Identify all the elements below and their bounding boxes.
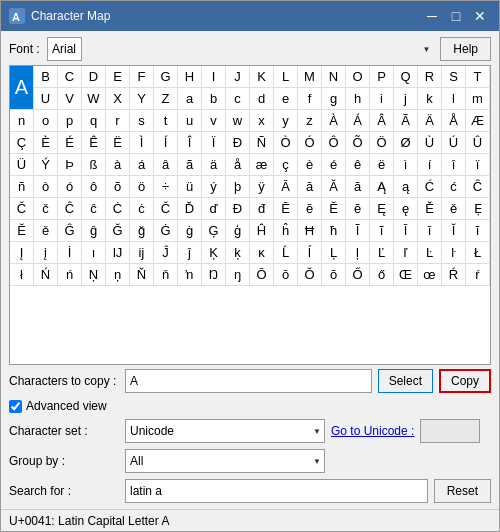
char-cell[interactable]: ō: [274, 264, 298, 286]
char-cell[interactable]: Ē: [274, 198, 298, 220]
char-cell[interactable]: č: [34, 198, 58, 220]
char-cell[interactable]: C: [58, 66, 82, 88]
char-cell[interactable]: ĺ: [298, 242, 322, 264]
char-cell[interactable]: Ċ: [106, 198, 130, 220]
char-cell[interactable]: Č: [10, 198, 34, 220]
char-cell[interactable]: Ō: [250, 264, 274, 286]
char-cell[interactable]: Z: [154, 88, 178, 110]
char-cell[interactable]: ı: [82, 242, 106, 264]
char-cell[interactable]: Ŋ: [202, 264, 226, 286]
char-cell[interactable]: ï: [466, 154, 490, 176]
char-cell[interactable]: Q: [394, 66, 418, 88]
char-cell[interactable]: õ: [106, 176, 130, 198]
char-cell[interactable]: Ā: [274, 176, 298, 198]
char-cell[interactable]: å: [226, 154, 250, 176]
char-cell[interactable]: o: [34, 110, 58, 132]
char-cell[interactable]: Ĉ: [466, 176, 490, 198]
advanced-view-checkbox[interactable]: [9, 400, 22, 413]
char-cell[interactable]: k: [418, 88, 442, 110]
maximize-button[interactable]: □: [445, 5, 467, 27]
char-cell[interactable]: Ð: [226, 132, 250, 154]
char-cell[interactable]: m: [466, 88, 490, 110]
char-cell[interactable]: ń: [58, 264, 82, 286]
char-cell[interactable]: ő: [370, 264, 394, 286]
char-cell[interactable]: Ĵ: [154, 242, 178, 264]
char-cell[interactable]: Ă: [322, 176, 346, 198]
char-cell[interactable]: Õ: [346, 132, 370, 154]
char-cell[interactable]: Ď: [178, 198, 202, 220]
char-cell[interactable]: Ĥ: [250, 220, 274, 242]
char-cell[interactable]: Ĳ: [106, 242, 130, 264]
char-cell[interactable]: b: [202, 88, 226, 110]
char-cell[interactable]: Ĺ: [274, 242, 298, 264]
char-cell[interactable]: M: [298, 66, 322, 88]
char-cell[interactable]: ē: [298, 198, 322, 220]
char-cell[interactable]: l: [442, 88, 466, 110]
char-cell[interactable]: Ê: [82, 132, 106, 154]
char-cell[interactable]: Ļ: [322, 242, 346, 264]
char-cell[interactable]: ä: [202, 154, 226, 176]
char-cell[interactable]: Ü: [10, 154, 34, 176]
char-cell[interactable]: Ú: [442, 132, 466, 154]
char-cell[interactable]: Ę: [370, 198, 394, 220]
char-cell[interactable]: Ŀ: [418, 242, 442, 264]
char-cell[interactable]: Ĭ: [442, 220, 466, 242]
char-cell[interactable]: Đ: [226, 198, 250, 220]
char-cell[interactable]: Ï: [202, 132, 226, 154]
char-cell[interactable]: ÷: [154, 176, 178, 198]
char-cell[interactable]: Ç: [10, 132, 34, 154]
char-cell[interactable]: U: [34, 88, 58, 110]
char-cell[interactable]: Ľ: [370, 242, 394, 264]
char-cell[interactable]: ó: [58, 176, 82, 198]
char-cell[interactable]: O: [346, 66, 370, 88]
char-cell[interactable]: Â: [370, 110, 394, 132]
char-cell[interactable]: í: [418, 154, 442, 176]
char-cell[interactable]: ô: [82, 176, 106, 198]
char-cell[interactable]: s: [130, 110, 154, 132]
char-cell[interactable]: Å: [442, 110, 466, 132]
char-cell[interactable]: ë: [370, 154, 394, 176]
char-cell[interactable]: ĸ: [250, 242, 274, 264]
char-cell[interactable]: Ć: [418, 176, 442, 198]
char-cell[interactable]: Ô: [322, 132, 346, 154]
char-cell[interactable]: g: [322, 88, 346, 110]
char-cell[interactable]: ą: [394, 176, 418, 198]
char-cell[interactable]: à: [106, 154, 130, 176]
char-cell[interactable]: ü: [178, 176, 202, 198]
char-cell[interactable]: ľ: [394, 242, 418, 264]
char-cell[interactable]: Ĕ: [10, 220, 34, 242]
char-cell[interactable]: é: [322, 154, 346, 176]
char-cell[interactable]: N: [322, 66, 346, 88]
char-cell[interactable]: ă: [346, 176, 370, 198]
char-cell[interactable]: Ŏ: [298, 264, 322, 286]
char-cell[interactable]: ć: [442, 176, 466, 198]
char-cell[interactable]: Ģ: [202, 220, 226, 242]
char-cell[interactable]: v: [202, 110, 226, 132]
help-button[interactable]: Help: [440, 37, 491, 61]
char-cell[interactable]: ñ: [10, 176, 34, 198]
char-cell[interactable]: r: [106, 110, 130, 132]
minimize-button[interactable]: ─: [421, 5, 443, 27]
char-cell[interactable]: Æ: [466, 110, 490, 132]
char-cell[interactable]: Ł: [466, 242, 490, 264]
char-cell[interactable]: ý: [202, 176, 226, 198]
character-set-select[interactable]: Unicode ASCII Windows-1252: [125, 419, 325, 443]
char-cell[interactable]: Ì: [130, 132, 154, 154]
char-cell[interactable]: ŕ: [466, 264, 490, 286]
char-cell[interactable]: y: [274, 110, 298, 132]
char-cell[interactable]: Ġ: [154, 220, 178, 242]
char-cell[interactable]: Þ: [58, 154, 82, 176]
char-cell[interactable]: T: [466, 66, 490, 88]
char-cell[interactable]: Ń: [34, 264, 58, 286]
char-cell[interactable]: ċ: [130, 198, 154, 220]
char-cell[interactable]: Ù: [418, 132, 442, 154]
search-for-input[interactable]: [125, 479, 428, 503]
char-cell[interactable]: Í: [154, 132, 178, 154]
char-cell[interactable]: ĵ: [178, 242, 202, 264]
char-cell[interactable]: œ: [418, 264, 442, 286]
char-cell[interactable]: Ą: [370, 176, 394, 198]
char-cell[interactable]: Ò: [274, 132, 298, 154]
char-cell[interactable]: D: [82, 66, 106, 88]
char-cell[interactable]: ī: [418, 220, 442, 242]
char-cell[interactable]: þ: [226, 176, 250, 198]
